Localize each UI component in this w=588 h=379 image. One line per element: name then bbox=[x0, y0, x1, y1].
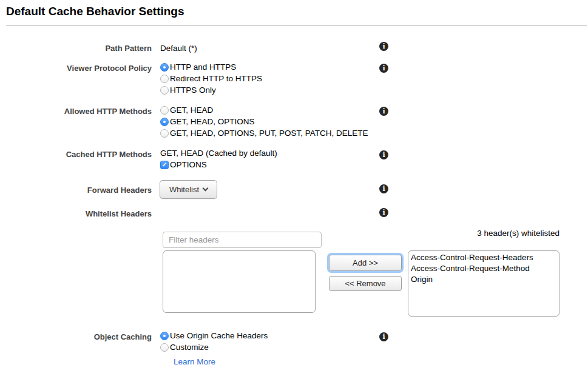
checkbox-option-label: OPTIONS bbox=[170, 160, 207, 169]
radio-checked-icon[interactable] bbox=[160, 332, 169, 340]
cached-http-methods-content: GET, HEAD (Cached by default) ✓ OPTIONS bbox=[160, 147, 277, 170]
radio-unchecked-icon[interactable] bbox=[160, 129, 169, 138]
forward-headers-dropdown[interactable]: Whitelist bbox=[160, 180, 217, 199]
object-caching-label: Object Caching bbox=[0, 332, 152, 342]
page-title: Default Cache Behavior Settings bbox=[6, 5, 184, 18]
path-pattern-label: Path Pattern bbox=[0, 43, 152, 53]
radio-option-label: Customize bbox=[170, 343, 209, 352]
radio-option-get-head[interactable]: GET, HEAD bbox=[160, 104, 368, 116]
cached-default-methods-text: GET, HEAD (Cached by default) bbox=[160, 147, 277, 159]
list-item[interactable]: Origin bbox=[408, 274, 559, 285]
whitelist-headers-label: Whitelist Headers bbox=[0, 209, 152, 219]
path-pattern-value-wrap: Default (*) bbox=[160, 42, 197, 54]
radio-option-all-methods[interactable]: GET, HEAD, OPTIONS, PUT, POST, PATCH, DE… bbox=[160, 127, 368, 139]
object-caching-info-icon[interactable]: i bbox=[379, 332, 388, 341]
title-divider bbox=[6, 25, 587, 25]
radio-option-https-only[interactable]: HTTPS Only bbox=[160, 84, 262, 96]
chevron-down-icon bbox=[203, 186, 209, 192]
path-pattern-info-icon[interactable]: i bbox=[379, 42, 388, 51]
radio-unchecked-icon[interactable] bbox=[160, 86, 169, 95]
whitelisted-headers-listbox[interactable]: Access-Control-Request-Headers Access-Co… bbox=[408, 250, 559, 317]
filter-headers-input[interactable] bbox=[163, 232, 322, 248]
radio-option-customize[interactable]: Customize bbox=[160, 341, 268, 353]
forward-headers-info-icon[interactable]: i bbox=[379, 184, 388, 193]
remove-button[interactable]: << Remove bbox=[329, 276, 402, 291]
radio-option-label: Redirect HTTP to HTTPS bbox=[170, 74, 262, 83]
radio-option-label: Use Origin Cache Headers bbox=[170, 331, 268, 340]
viewer-protocol-policy-options: HTTP and HTTPS Redirect HTTP to HTTPS HT… bbox=[160, 61, 262, 96]
radio-option-http-and-https[interactable]: HTTP and HTTPS bbox=[160, 61, 262, 73]
default-cache-behavior-settings-panel: Default Cache Behavior Settings Path Pat… bbox=[0, 0, 588, 379]
radio-option-label: GET, HEAD, OPTIONS bbox=[170, 117, 255, 126]
radio-checked-icon[interactable] bbox=[160, 63, 169, 72]
checkbox-option-options-method[interactable]: ✓ OPTIONS bbox=[160, 159, 277, 170]
allowed-http-methods-label: Allowed HTTP Methods bbox=[0, 106, 152, 116]
cached-http-methods-label: Cached HTTP Methods bbox=[0, 149, 152, 159]
radio-option-label: GET, HEAD, OPTIONS, PUT, POST, PATCH, DE… bbox=[170, 129, 368, 138]
viewer-protocol-policy-info-icon[interactable]: i bbox=[379, 64, 388, 73]
list-item[interactable]: Access-Control-Request-Headers bbox=[408, 252, 559, 263]
radio-unchecked-icon[interactable] bbox=[160, 106, 169, 115]
list-item[interactable]: Access-Control-Request-Method bbox=[408, 263, 559, 274]
available-headers-listbox[interactable] bbox=[163, 250, 316, 313]
radio-checked-icon[interactable] bbox=[160, 118, 169, 126]
path-pattern-value: Default (*) bbox=[160, 42, 197, 54]
whitelisted-count-text: 3 header(s) whitelisted bbox=[388, 229, 559, 238]
radio-unchecked-icon[interactable] bbox=[160, 75, 169, 83]
add-button[interactable]: Add >> bbox=[329, 255, 402, 271]
cached-http-methods-info-icon[interactable]: i bbox=[379, 150, 388, 159]
allowed-http-methods-info-icon[interactable]: i bbox=[379, 107, 388, 116]
radio-option-label: GET, HEAD bbox=[170, 106, 213, 115]
forward-headers-selected-value: Whitelist bbox=[169, 185, 199, 194]
allowed-http-methods-options: GET, HEAD GET, HEAD, OPTIONS GET, HEAD, … bbox=[160, 104, 368, 139]
checkbox-checked-icon[interactable]: ✓ bbox=[160, 161, 169, 169]
object-caching-options: Use Origin Cache Headers Customize bbox=[160, 330, 268, 353]
radio-option-redirect-http-to-https[interactable]: Redirect HTTP to HTTPS bbox=[160, 73, 262, 84]
radio-option-use-origin-cache-headers[interactable]: Use Origin Cache Headers bbox=[160, 330, 268, 341]
viewer-protocol-policy-label: Viewer Protocol Policy bbox=[0, 63, 152, 73]
radio-option-label: HTTP and HTTPS bbox=[170, 62, 236, 72]
forward-headers-label: Forward Headers bbox=[0, 185, 152, 195]
radio-unchecked-icon[interactable] bbox=[160, 343, 169, 352]
radio-option-label: HTTPS Only bbox=[170, 86, 216, 95]
whitelist-headers-info-icon[interactable]: i bbox=[379, 208, 388, 217]
radio-option-get-head-options[interactable]: GET, HEAD, OPTIONS bbox=[160, 116, 368, 127]
learn-more-link[interactable]: Learn More bbox=[174, 357, 215, 366]
